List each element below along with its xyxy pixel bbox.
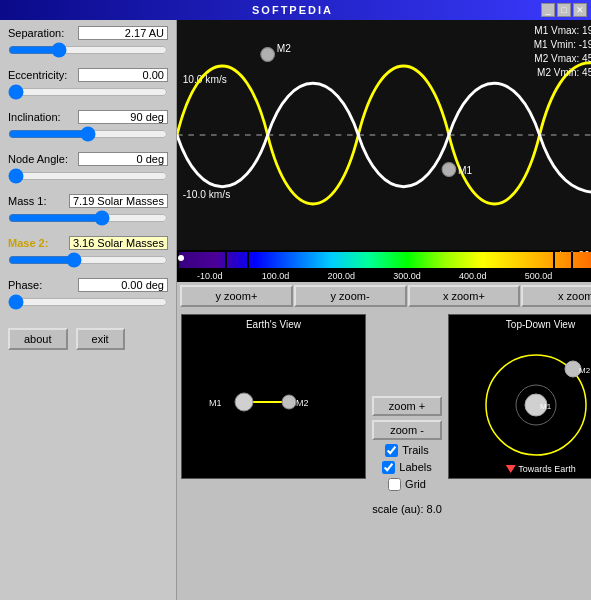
mass1-slider[interactable] (8, 210, 168, 226)
spectrum-time-area: period: 363.48 days -10.0d 100.0d 200.0d… (177, 250, 591, 282)
time-label-5: 500.0d (506, 271, 572, 281)
right-panel: M1 Vmax: 19.91 km/s M1 Vmin: -19.91 km/s… (177, 20, 591, 600)
top-down-view: Top-Down View M1 M2 Towards Earth (448, 314, 591, 479)
earth-view: Earth's View M1 M2 (181, 314, 366, 479)
spectrum-dot (178, 255, 184, 261)
top-down-view-label: Top-Down View (506, 319, 575, 330)
time-label-4: 400.0d (440, 271, 506, 281)
left-panel: Separation: 2.17 AU Eccentricity: 0.00 I… (0, 20, 177, 600)
mass1-param: Mass 1: 7.19 Solar Masses (8, 194, 168, 232)
separation-param: Separation: 2.17 AU (8, 26, 168, 64)
time-label-2: 200.0d (308, 271, 374, 281)
eccentricity-value: 0.00 (78, 68, 168, 82)
towards-earth: Towards Earth (505, 464, 576, 474)
towards-earth-label: Towards Earth (518, 464, 576, 474)
x-zoom-plus-button[interactable]: x zoom+ (408, 285, 521, 307)
svg-point-6 (442, 163, 456, 177)
title-bar: SOFTPEDIA _ □ ✕ (0, 0, 591, 20)
svg-point-11 (282, 395, 296, 409)
m2-vmax: M2 Vmax: 45.30 km/s (534, 52, 591, 66)
eccentricity-slider[interactable] (8, 84, 168, 100)
eccentricity-param: Eccentricity: 0.00 (8, 68, 168, 106)
mass2-label: Mase 2: (8, 237, 48, 249)
about-button[interactable]: about (8, 328, 68, 350)
m1-vmin: M1 Vmin: -19.91 km/s (534, 38, 591, 52)
node-angle-label: Node Angle: (8, 153, 68, 165)
window-controls[interactable]: _ □ ✕ (541, 3, 587, 17)
trails-checkbox[interactable] (385, 444, 398, 457)
trails-row[interactable]: Trails (385, 444, 428, 457)
inclination-param: Inclination: 90 deg (8, 110, 168, 148)
phase-value: 0.00 deg (78, 278, 168, 292)
grid-row[interactable]: Grid (388, 478, 426, 491)
separation-slider-container[interactable] (8, 42, 168, 60)
node-angle-param: Node Angle: 0 deg (8, 152, 168, 190)
phase-param: Phase: 0.00 deg (8, 278, 168, 316)
x-zoom-minus-button[interactable]: x zoom- (521, 285, 591, 307)
time-label-0: -10.0d (177, 271, 243, 281)
node-angle-slider-container[interactable] (8, 168, 168, 186)
labels-checkbox[interactable] (382, 461, 395, 474)
mass2-value: 3.16 Solar Masses (69, 236, 168, 250)
phase-label: Phase: (8, 279, 42, 291)
phase-slider[interactable] (8, 294, 168, 310)
trails-label: Trails (402, 444, 428, 456)
time-label-6: 600.0d (571, 271, 591, 281)
maximize-button[interactable]: □ (557, 3, 571, 17)
bottom-panel: Earth's View M1 M2 zoom + zoom - (177, 310, 591, 600)
main-content: Separation: 2.17 AU Eccentricity: 0.00 I… (0, 20, 591, 600)
phase-slider-container[interactable] (8, 294, 168, 312)
mass1-slider-container[interactable] (8, 210, 168, 228)
mass2-param: Mase 2: 3.16 Solar Masses (8, 236, 168, 274)
svg-text:M1: M1 (458, 165, 472, 176)
svg-text:M2: M2 (277, 43, 291, 54)
y-zoom-minus-button[interactable]: y zoom- (294, 285, 407, 307)
svg-text:-10.0 km/s: -10.0 km/s (183, 189, 231, 200)
exit-button[interactable]: exit (76, 328, 125, 350)
time-label-3: 300.0d (374, 271, 440, 281)
svg-text:M1: M1 (540, 402, 552, 411)
action-buttons: about exit (8, 328, 168, 350)
minimize-button[interactable]: _ (541, 3, 555, 17)
close-button[interactable]: ✕ (573, 3, 587, 17)
time-label-1: 100.0d (243, 271, 309, 281)
mass2-slider-container[interactable] (8, 252, 168, 270)
zoom-minus-button[interactable]: zoom - (372, 420, 442, 440)
svg-point-9 (235, 393, 253, 411)
y-zoom-plus-button[interactable]: y zoom+ (180, 285, 293, 307)
inclination-value: 90 deg (78, 110, 168, 124)
eccentricity-slider-container[interactable] (8, 84, 168, 102)
grid-label: Grid (405, 478, 426, 490)
graph-info: M1 Vmax: 19.91 km/s M1 Vmin: -19.91 km/s… (534, 24, 591, 80)
earth-view-label: Earth's View (246, 319, 301, 330)
earth-view-svg: M1 M2 (184, 327, 364, 467)
grid-checkbox[interactable] (388, 478, 401, 491)
scale-label: scale (au): 8.0 (372, 503, 442, 515)
m2-vmin: M2 Vmin: 45.30 km/s (534, 66, 591, 80)
eccentricity-label: Eccentricity: (8, 69, 67, 81)
svg-text:M1: M1 (209, 398, 222, 408)
inclination-label: Inclination: (8, 111, 61, 123)
spectrum-bar (179, 252, 591, 268)
zoom-buttons: y zoom+ y zoom- x zoom+ x zoom- (177, 282, 591, 310)
mass2-slider[interactable] (8, 252, 168, 268)
m1-vmax: M1 Vmax: 19.91 km/s (534, 24, 591, 38)
svg-point-4 (261, 48, 275, 62)
mass1-label: Mass 1: (8, 195, 47, 207)
separation-slider[interactable] (8, 42, 168, 58)
labels-row[interactable]: Labels (382, 461, 431, 474)
labels-label: Labels (399, 461, 431, 473)
graph-area: M1 Vmax: 19.91 km/s M1 Vmin: -19.91 km/s… (177, 20, 591, 250)
top-down-view-svg: M1 M2 (451, 327, 592, 467)
node-angle-slider[interactable] (8, 168, 168, 184)
inclination-slider-container[interactable] (8, 126, 168, 144)
zoom-plus-button[interactable]: zoom + (372, 396, 442, 416)
svg-text:M2: M2 (579, 366, 591, 375)
app-title: SOFTPEDIA (44, 4, 541, 16)
separation-label: Separation: (8, 27, 64, 39)
inclination-slider[interactable] (8, 126, 168, 142)
velocity-graph: 10.0 km/s -10.0 km/s M2 M1 (177, 20, 591, 250)
time-axis: -10.0d 100.0d 200.0d 300.0d 400.0d 500.0… (177, 270, 591, 282)
separation-value: 2.17 AU (78, 26, 168, 40)
node-angle-value: 0 deg (78, 152, 168, 166)
